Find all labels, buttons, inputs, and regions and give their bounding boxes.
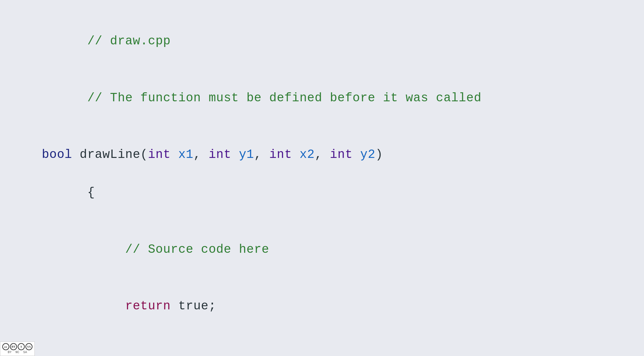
code-container: // draw.cpp // The function must be defi… (0, 0, 644, 356)
by-icon: BY (10, 343, 17, 350)
param-y2-1: y2 (353, 148, 375, 161)
func1-open-brace: { (42, 164, 644, 221)
comma-2: , (254, 148, 262, 161)
comment-text-1: // draw.cpp (87, 34, 170, 48)
func1-body-comment: // Source code here (42, 221, 644, 278)
return-val-1: true; (171, 299, 216, 313)
param-x2-1: x2 (292, 148, 315, 161)
blank-line-1 (42, 126, 644, 145)
comment-line-1: // draw.cpp (42, 13, 644, 70)
int-kw-2: int (208, 148, 231, 161)
bool-keyword-1: bool (42, 148, 72, 161)
paren-close-1: ) (375, 148, 383, 161)
comment-line-2: // The function must be defined before i… (42, 70, 644, 127)
license-text: BY NC SA (8, 351, 27, 354)
brace-open-1: { (87, 186, 95, 199)
func1-return: return true; (42, 278, 644, 335)
func1-name: drawLine( (72, 148, 148, 161)
func1-close-brace: } (42, 335, 644, 356)
cc-icon: cc (2, 343, 9, 350)
sa-icon: SA (25, 343, 32, 350)
param-x1-1: x1 (171, 148, 194, 161)
license-badge: cc BY $ SA BY NC SA (0, 342, 35, 356)
comma-1: , (193, 148, 201, 161)
comment-text-2: // The function must be defined before i… (87, 91, 481, 105)
param-y1-1: y1 (231, 148, 254, 161)
int-kw-1: int (148, 148, 171, 161)
func1-comment-text: // Source code here (87, 242, 269, 256)
int-kw-4: int (330, 148, 353, 161)
nc-icon: $ (18, 343, 25, 350)
comma-3: , (315, 148, 322, 161)
int-kw-3: int (269, 148, 292, 161)
return-kw-1: return (87, 299, 170, 313)
func1-signature: bool drawLine(int x1, int y1, int x2, in… (42, 145, 644, 164)
code-block: // draw.cpp // The function must be defi… (42, 13, 644, 356)
